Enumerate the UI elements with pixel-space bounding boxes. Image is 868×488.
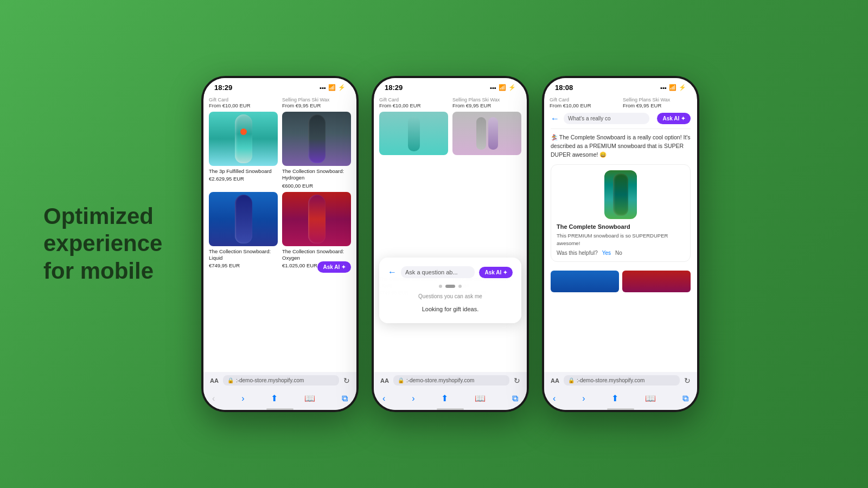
nav-bar-1: ‹ › ⬆ 📖 ⧉ — [203, 389, 356, 408]
forward-icon-1[interactable]: › — [241, 394, 244, 403]
product-card-2[interactable]: The Collection Snowboard: Hydrogen €600,… — [282, 112, 351, 189]
status-bar-2: 18:29 ▪▪▪ 📶 ⚡ — [374, 78, 527, 95]
partial-item-3: Gift Card From €10,00 EUR — [379, 97, 448, 108]
back-icon-3[interactable]: ‹ — [553, 394, 556, 403]
partial-label-6: Selling Plans Ski Wax — [623, 97, 692, 102]
ask-ai-label-1: Ask AI ✦ — [323, 264, 346, 270]
forward-icon-2[interactable]: › — [412, 394, 414, 403]
back-icon-2[interactable]: ‹ — [382, 394, 385, 403]
product-row-2a — [379, 112, 521, 157]
url-bar-3[interactable]: 🔒 :-demo-store.myshopify.com — [564, 375, 680, 386]
glimpse-2 — [622, 271, 691, 292]
url-text-2: :-demo-store.myshopify.com — [406, 377, 474, 383]
hero-text: Optimized experience for mobile — [43, 203, 162, 285]
aa-label-2: AA — [380, 377, 389, 384]
chat-suggestion-item[interactable]: Looking for gift ideas. — [388, 304, 513, 314]
home-indicator-2 — [374, 408, 527, 410]
tabs-icon-2[interactable]: ⧉ — [512, 394, 518, 403]
signal-icon-2: ▪▪▪ — [490, 85, 496, 91]
indicator-3 — [458, 285, 462, 288]
tabs-icon-1[interactable]: ⧉ — [342, 394, 348, 403]
browser-bar-3: AA 🔒 :-demo-store.myshopify.com ↻ — [544, 372, 697, 389]
aa-label-3: AA — [551, 377, 559, 384]
share-icon-3[interactable]: ⬆ — [611, 393, 618, 403]
chat-ask-ai-label: Ask AI ✦ — [484, 269, 507, 275]
ai-response-panel: ← What's a really co Ask AI ✦ 🏂 The Comp… — [544, 108, 697, 372]
multi-board — [476, 117, 498, 150]
ai-product-name: The Complete Snowboard — [557, 223, 685, 230]
partial-item-4: Selling Plans Ski Wax From €9,95 EUR — [452, 97, 521, 108]
ai-product-card[interactable]: The Complete Snowboard This PREMIUM snow… — [551, 164, 691, 262]
partial-item-6: Selling Plans Ski Wax From €9,95 EUR — [623, 97, 692, 108]
product-image-2 — [282, 112, 351, 166]
refresh-icon-1[interactable]: ↻ — [343, 376, 350, 385]
product-card-1[interactable]: The 3p Fulfilled Snowboard €2.629,95 EUR — [209, 112, 278, 189]
hero-line1: Optimized — [43, 203, 162, 230]
share-icon-1[interactable]: ⬆ — [271, 393, 278, 403]
chat-back-button[interactable]: ← — [388, 267, 397, 277]
partial-item-2: Selling Plans Ski Wax From €9,95 EUR — [282, 97, 351, 108]
url-bar-2[interactable]: 🔒 :-demo-store.myshopify.com — [393, 375, 509, 386]
partial-label-1: Gift Card — [209, 97, 278, 102]
product-card-4[interactable]: The Collection Snowboard: Oxygen €1.025,… — [282, 192, 351, 269]
home-indicator-3 — [544, 408, 697, 410]
url-bar-1[interactable]: 🔒 :-demo-store.myshopify.com — [223, 375, 339, 386]
ai-message: 🏂 The Complete Snowboard is a really coo… — [551, 133, 691, 159]
refresh-icon-3[interactable]: ↻ — [684, 376, 691, 385]
phone-3-inner: 18:08 ▪▪▪ 📶 ⚡ Gift Card From €10,00 EUR … — [544, 78, 697, 410]
back-icon-1[interactable]: ‹ — [212, 394, 215, 403]
partial-price-4: From €9,95 EUR — [452, 102, 521, 108]
ai-back-button[interactable]: ← — [551, 114, 559, 124]
product-image-2-2 — [452, 112, 521, 155]
wifi-icon: 📶 — [328, 84, 336, 91]
home-bar-2 — [437, 408, 464, 410]
product-card-3[interactable]: The Collection Snowboard: Liquid €749,95… — [209, 192, 278, 269]
phone-3: 18:08 ▪▪▪ 📶 ⚡ Gift Card From €10,00 EUR … — [542, 76, 699, 412]
bookmarks-icon-3[interactable]: 📖 — [645, 393, 656, 403]
chat-ask-ai-button[interactable]: Ask AI ✦ — [479, 267, 513, 278]
ai-product-desc: This PREMIUM snowboard is so SUPERDUPER … — [557, 232, 685, 247]
aa-label-1: AA — [210, 377, 219, 384]
phone-1: 18:29 ▪▪▪ 📶 ⚡ Gift Card From €10,00 EUR … — [201, 76, 359, 412]
product-image-4 — [282, 192, 351, 246]
share-icon-2[interactable]: ⬆ — [441, 393, 448, 403]
tabs-icon-3[interactable]: ⧉ — [682, 394, 688, 403]
partial-top-1: Gift Card From €10,00 EUR Selling Plans … — [203, 95, 356, 108]
product-grid-2: ← Ask a question ab... Ask AI ✦ — [374, 108, 527, 372]
product-name-3: The Collection Snowboard: Liquid — [209, 248, 278, 262]
product-name-4: The Collection Snowboard: Oxygen — [282, 248, 351, 262]
snowboard-2-1 — [408, 116, 420, 151]
forward-icon-3[interactable]: › — [582, 394, 585, 403]
battery-icon-3: ⚡ — [679, 84, 686, 91]
phone-1-inner: 18:29 ▪▪▪ 📶 ⚡ Gift Card From €10,00 EUR … — [203, 78, 356, 410]
ai-input-field[interactable]: What's a really co — [564, 113, 649, 124]
refresh-icon-2[interactable]: ↻ — [514, 376, 520, 385]
chat-question-row: ← Ask a question ab... Ask AI ✦ — [388, 266, 513, 278]
helpful-label: Was this helpful? — [557, 250, 598, 256]
status-bar-1: 18:29 ▪▪▪ 📶 ⚡ — [203, 78, 356, 95]
product-price-1: €2.629,95 EUR — [209, 176, 278, 182]
bookmarks-icon-2[interactable]: 📖 — [475, 393, 486, 403]
snowboard-1 — [235, 114, 252, 163]
helpful-yes-button[interactable]: Yes — [602, 250, 611, 256]
product-card-2-1[interactable] — [379, 112, 448, 157]
chat-input-field[interactable]: Ask a question ab... — [401, 266, 475, 278]
ask-ai-button-1[interactable]: Ask AI ✦ — [317, 261, 351, 273]
bookmarks-icon-1[interactable]: 📖 — [304, 393, 315, 403]
product-image-3 — [209, 192, 278, 246]
home-bar-3 — [607, 408, 634, 410]
partial-item-1: Gift Card From €10,00 EUR — [209, 97, 278, 108]
helpful-row: Was this helpful? Yes No — [557, 250, 685, 256]
product-card-2-2[interactable] — [452, 112, 521, 157]
ai-ask-button[interactable]: Ask AI ✦ — [657, 113, 691, 124]
wifi-icon-3: 📶 — [669, 84, 676, 91]
hero-line2: experience — [43, 230, 162, 258]
time-3: 18:08 — [555, 84, 573, 92]
ai-ask-label: Ask AI ✦ — [662, 115, 685, 121]
snowboard-4 — [308, 195, 326, 243]
product-name-2: The Collection Snowboard: Hydrogen — [282, 168, 351, 182]
partial-top-2: Gift Card From €10,00 EUR Selling Plans … — [374, 95, 527, 108]
time-1: 18:29 — [214, 84, 232, 92]
helpful-no-button[interactable]: No — [615, 250, 622, 256]
snowboard-3 — [235, 195, 252, 243]
